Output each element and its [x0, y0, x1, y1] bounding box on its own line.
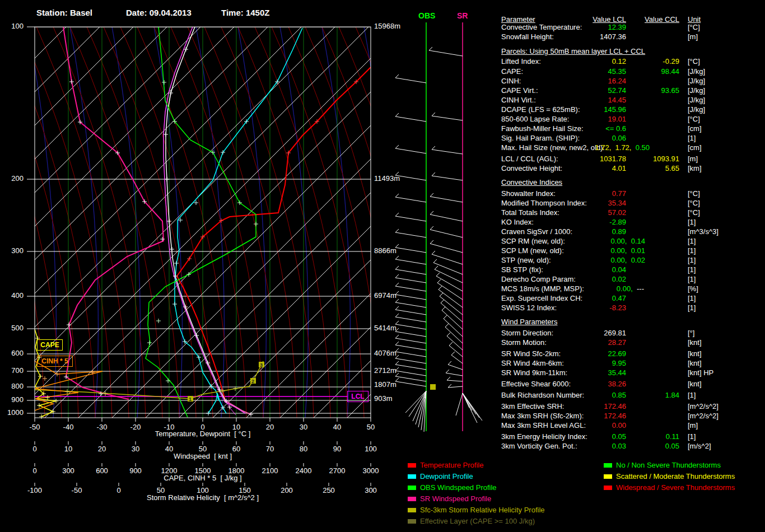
axis-tick-label: 20 [266, 423, 274, 431]
legend-swatch [408, 486, 416, 490]
table-unit: [knt] [688, 360, 702, 367]
table-unit: [J/kg] [688, 106, 705, 114]
table-header-parameter: Parameter [501, 16, 535, 24]
skewt-chart [0, 0, 765, 532]
axis-tick-label: 20 [98, 445, 106, 453]
table-value-lcl: 0.02 [612, 276, 626, 283]
table-row-label: 3km Vorticity Gen. Pot.: [501, 442, 577, 450]
table-value-ccl: 98.44 [661, 68, 679, 76]
axis-tick-label: 50 [199, 445, 207, 453]
pressure-label: 1000 [4, 409, 24, 417]
wind-barb-columns [395, 22, 482, 432]
pressure-label: 800 [4, 382, 24, 390]
axis-tick-label: 50 [367, 423, 375, 431]
axis-tick-label: 2700 [329, 467, 346, 475]
legend-swatch [604, 486, 612, 490]
table-header-value-lcl: Value LCL [593, 16, 626, 24]
table-row-label: 850-600 Lapse Rate: [501, 115, 569, 123]
lcl-box-label: LCL [347, 391, 368, 402]
legend-item: Effective Layer (CAPE >= 100 J/kg) [420, 517, 535, 525]
table-unit: [m] [688, 33, 698, 41]
axis-tick-label: -50 [72, 487, 82, 494]
pressure-label: 700 [4, 367, 24, 375]
axis-tick-label: 0 [32, 445, 36, 453]
table-section: Parcels: Using 50mB mean layer LCL + CCL [501, 48, 645, 55]
table-row-label: Craven SigSvr / 1000: [501, 228, 572, 236]
table-row-label: SCP LM (new, old): [501, 247, 564, 255]
table-section: Wind Parameters [501, 318, 557, 326]
legend-swatch [408, 519, 416, 524]
table-unit: [knt] [688, 380, 702, 388]
cape-box-label: CAPE [37, 339, 63, 351]
table-value-lcl: 16.24 [608, 77, 626, 85]
temperature-axis-title: Temperature, Dewpoint [ °C ] [155, 430, 251, 438]
table-row-label: Lifted Index: [501, 58, 541, 66]
table-unit: [°] [688, 329, 694, 337]
axis-tick-label: 1200 [161, 467, 178, 475]
axis-tick-label: -40 [63, 423, 74, 431]
table-value-ccl: 0.05 [665, 442, 679, 450]
legend-swatch [604, 463, 612, 468]
axis-tick-label: 1800 [228, 467, 245, 475]
table-row-label: 3km Energy Helicity Index: [501, 433, 587, 441]
table-unit: [m^2/s^2] [688, 403, 719, 410]
axis-tick-label: 200 [281, 487, 293, 494]
table-row-label: SR Wind 9km-11km: [501, 369, 567, 377]
table-value-lcl: 0.04 [612, 266, 626, 274]
axis-tick-label: 80 [300, 445, 307, 453]
axis-tick-label: 40 [165, 445, 173, 453]
axis-tick-label: 40 [333, 423, 341, 431]
table-value-lcl: 0.00, --- [617, 285, 644, 293]
table-value-ccl: 1.84 [665, 391, 679, 399]
table-value-lcl: 19.01 [608, 115, 626, 123]
table-value-ccl: 93.65 [661, 87, 679, 95]
axis-tick-label: 70 [266, 445, 274, 453]
axis-tick-label: 900 [129, 467, 142, 475]
table-unit: [m^3/s^3] [688, 228, 719, 236]
table-row-label: STP (new, old): [501, 256, 551, 264]
table-row-label: Convective Height: [501, 165, 562, 172]
pressure-label: 500 [4, 324, 24, 332]
table-value-lcl: 0.00, 0.01 [611, 247, 645, 255]
table-unit: [1] [688, 433, 696, 441]
height-label: 4076m [374, 349, 397, 357]
table-value-lcl: 0.12 [612, 58, 626, 66]
table-value-lcl: 1031.78 [600, 155, 626, 163]
table-value-lcl: 35.44 [608, 369, 626, 377]
table-unit: [°C] [688, 115, 700, 123]
table-value-lcl: 28.27 [608, 339, 626, 347]
table-unit: [J/kg] [688, 77, 705, 85]
axis-tick-label: -20 [130, 423, 141, 431]
pressure-label: 600 [4, 349, 24, 357]
srh-marker-label: 1 [189, 395, 192, 403]
table-value-lcl: 0.03 [612, 442, 626, 450]
axis-tick-label: 0 [116, 487, 120, 494]
legend-item: OBS Windspeed Profile [420, 484, 497, 492]
table-unit: [J/kg] [688, 68, 705, 76]
table-row-label: CAPE Virt.: [501, 87, 538, 95]
axis-tick-label: 100 [197, 487, 209, 494]
legend-item: Dewpoint Profile [420, 473, 473, 480]
table-value-lcl: 172.46 [604, 403, 626, 410]
srh-marker-label: 3 [260, 361, 263, 369]
table-row-label: SCP RM (new, old): [501, 237, 565, 245]
table-value-lcl: 57.02 [608, 209, 626, 217]
height-label: 6974m [374, 292, 397, 300]
axis-tick-label: -30 [97, 423, 108, 431]
table-value-lcl: 9.95 [612, 360, 626, 367]
table-unit: [1] [688, 134, 696, 142]
axis-tick-label: -100 [27, 487, 42, 494]
table-row-label: Total Totals Index: [501, 209, 559, 217]
table-row-label: Modified Thompson Index: [501, 199, 587, 207]
table-unit: [1] [688, 237, 696, 245]
axis-tick-label: 50 [157, 487, 165, 494]
table-row-label: Sig. Hail Param. (SHIP): [501, 134, 580, 142]
table-section: Convective Indices [501, 179, 562, 186]
table-value-lcl: 4.01 [612, 165, 626, 172]
table-value-lcl: 12.39 [608, 24, 626, 31]
sounding-app: { "title": {"station": "Station: Basel",… [0, 0, 765, 532]
table-value-lcl: 45.35 [608, 68, 626, 76]
axis-tick-label: 100 [365, 445, 377, 453]
table-unit: [knt] [688, 350, 702, 358]
table-unit: [1] [688, 276, 696, 283]
